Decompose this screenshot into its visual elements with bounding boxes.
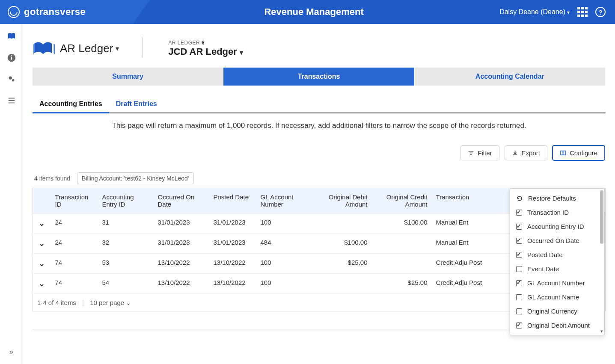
expand-row-icon[interactable]: [33, 254, 51, 274]
pager-separator: |: [82, 299, 84, 306]
nav-settings-icon[interactable]: [7, 74, 16, 84]
col-occurred-on-date[interactable]: Occurred On Date: [154, 188, 209, 213]
export-button[interactable]: Export: [505, 145, 547, 160]
expand-row-icon[interactable]: [33, 274, 51, 294]
menu-item-label: Accounting Entry ID: [527, 223, 584, 230]
nav-list-icon[interactable]: [7, 96, 16, 105]
cell-debit: [312, 274, 372, 294]
cell-debit: $25.00: [312, 254, 372, 274]
svg-rect-7: [8, 103, 15, 104]
menu-column-toggle[interactable]: GL Account Name: [510, 290, 604, 304]
menu-column-toggle[interactable]: Posted Date: [510, 248, 604, 262]
configure-button[interactable]: Configure: [553, 145, 605, 160]
ledger-name: JCD AR Ledger: [168, 46, 243, 57]
ledger-book-icon: [33, 39, 56, 57]
nav-info-icon[interactable]: [7, 53, 16, 62]
col-gl-account-number[interactable]: GL Account Number: [256, 188, 312, 213]
nav-expand-icon[interactable]: »: [9, 348, 13, 356]
nav-ledger-icon[interactable]: [7, 32, 16, 41]
ledger-detail-selector[interactable]: AR LEDGER 6 JCD AR Ledger: [168, 40, 243, 57]
cell-credit: $100.00: [372, 213, 432, 234]
checkbox-unchecked-icon: [516, 266, 522, 272]
cell-accounting-entry-id: 32: [98, 234, 154, 254]
app-header: gotransverse Revenue Management Daisy De…: [0, 0, 615, 24]
cell-gl-account: 100: [256, 254, 312, 274]
breadcrumb: AR Ledger AR LEDGER 6 JCD AR Ledger: [33, 37, 606, 60]
record-limit-notice: This page will return a maximum of 1,000…: [33, 114, 606, 138]
svg-rect-6: [8, 100, 15, 101]
checkbox-unchecked-icon: [516, 308, 522, 314]
cell-transaction-id: 24: [51, 234, 98, 254]
sub-tabs: Accounting Entries Draft Entries: [33, 96, 606, 114]
cell-transaction-id: 74: [51, 254, 98, 274]
menu-item-label: Event Date: [527, 265, 559, 272]
col-original-debit[interactable]: Original Debit Amount: [312, 188, 372, 213]
subtab-draft-entries[interactable]: Draft Entries: [109, 96, 164, 113]
help-icon[interactable]: ?: [595, 7, 606, 17]
configure-label: Configure: [570, 149, 597, 157]
side-nav: »: [0, 24, 23, 364]
columns-icon: [560, 150, 566, 156]
menu-item-label: Original Debit Amount: [527, 322, 590, 329]
ledger-label: AR Ledger: [60, 42, 113, 55]
chevron-down-icon: [240, 46, 243, 57]
col-accounting-entry-id[interactable]: Accounting Entry ID: [98, 188, 154, 213]
cell-debit: [312, 213, 372, 234]
logo[interactable]: gotransverse: [0, 6, 128, 18]
tab-transactions[interactable]: Transactions: [223, 68, 414, 86]
svg-point-3: [9, 77, 12, 80]
ledger-selector[interactable]: AR Ledger: [33, 39, 119, 57]
cell-credit: [372, 254, 432, 274]
items-found: 4 items found: [34, 175, 70, 182]
tab-accounting-calendar[interactable]: Accounting Calendar: [415, 68, 606, 86]
user-menu[interactable]: Daisy Deane (Deane): [499, 8, 570, 16]
menu-column-toggle[interactable]: Original Debit Amount: [510, 318, 604, 332]
cell-posted-date: 31/01/2023: [209, 213, 256, 234]
col-transaction-id[interactable]: Transaction ID: [51, 188, 98, 213]
cell-accounting-entry-id: 31: [98, 213, 154, 234]
menu-item-label: GL Account Name: [527, 293, 579, 301]
cell-gl-account: 100: [256, 213, 312, 234]
menu-item-label: Restore Defaults: [528, 195, 576, 202]
apps-icon[interactable]: [577, 7, 588, 17]
logo-text: gotransverse: [24, 6, 86, 18]
menu-column-toggle[interactable]: Occurred On Date: [510, 234, 604, 248]
scroll-down-icon[interactable]: ▾: [600, 328, 603, 334]
menu-column-toggle[interactable]: Original Currency: [510, 304, 604, 318]
svg-point-4: [12, 79, 14, 82]
filter-chip[interactable]: Billing Account: 'test62 - Kinsey McLeod…: [77, 172, 193, 184]
pager-perpage[interactable]: 10 per page ⌄: [90, 299, 131, 306]
menu-column-toggle[interactable]: GL Account Number: [510, 276, 604, 290]
col-original-credit[interactable]: Original Credit Amount: [372, 188, 432, 213]
menu-item-label: Posted Date: [527, 251, 563, 258]
download-icon: [512, 150, 518, 156]
cell-debit: $100.00: [312, 234, 372, 254]
filter-button[interactable]: Filter: [461, 145, 499, 160]
chevron-down-icon: [116, 44, 119, 53]
page-title: Revenue Management: [128, 6, 499, 18]
cell-posted-date: 13/10/2022: [209, 274, 256, 294]
filter-label: Filter: [478, 149, 492, 157]
cell-posted-date: 31/01/2023: [209, 234, 256, 254]
subtab-accounting-entries[interactable]: Accounting Entries: [33, 96, 109, 113]
pager-range: 1-4 of 4 items: [37, 299, 76, 306]
main-content: AR Ledger AR LEDGER 6 JCD AR Ledger Summ…: [23, 24, 615, 364]
col-posted-date[interactable]: Posted Date: [209, 188, 256, 213]
header-right: Daisy Deane (Deane) ?: [499, 7, 615, 17]
results-meta: 4 items found Billing Account: 'test62 -…: [33, 172, 606, 184]
menu-column-toggle[interactable]: Transaction ID: [510, 205, 604, 219]
scrollbar-thumb[interactable]: [600, 190, 603, 244]
expand-row-icon[interactable]: [33, 234, 51, 254]
menu-restore-defaults[interactable]: Restore Defaults: [510, 191, 604, 205]
svg-rect-2: [11, 56, 12, 56]
menu-column-toggle[interactable]: Accounting Entry ID: [510, 219, 604, 234]
menu-item-label: Transaction ID: [527, 209, 569, 216]
tab-summary[interactable]: Summary: [33, 68, 223, 86]
checkbox-checked-icon: [516, 238, 522, 244]
menu-column-toggle[interactable]: Event Date: [510, 262, 604, 276]
breadcrumb-divider: [142, 37, 143, 57]
configure-dropdown: ▾ Restore DefaultsTransaction IDAccounti…: [510, 188, 605, 335]
expand-row-icon[interactable]: [33, 213, 51, 234]
cell-accounting-entry-id: 53: [98, 254, 154, 274]
svg-rect-1: [11, 57, 12, 59]
